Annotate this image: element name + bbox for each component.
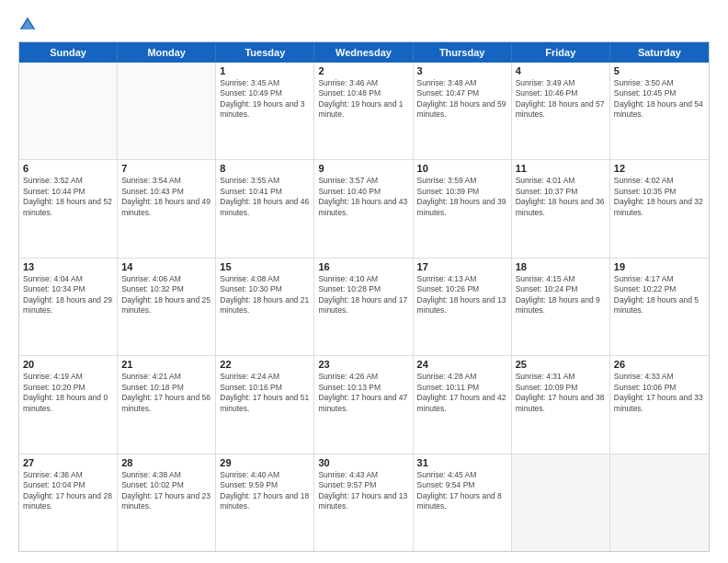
logo-icon <box>18 16 37 34</box>
day-header-friday: Friday <box>512 42 610 63</box>
day-cell-12: 12Sunrise: 4:02 AMSunset: 10:35 PMDaylig… <box>610 160 709 257</box>
day-header-sunday: Sunday <box>19 42 118 63</box>
day-cell-2: 2Sunrise: 3:46 AMSunset: 10:48 PMDayligh… <box>314 63 413 159</box>
cell-details: Sunrise: 4:33 AMSunset: 10:06 PMDaylight… <box>614 372 705 414</box>
week-row-4: 20Sunrise: 4:19 AMSunset: 10:20 PMDaylig… <box>19 356 709 454</box>
cell-details: Sunrise: 3:55 AMSunset: 10:41 PMDaylight… <box>220 176 310 218</box>
day-cell-23: 23Sunrise: 4:26 AMSunset: 10:13 PMDaylig… <box>314 356 413 453</box>
cell-details: Sunrise: 4:38 AMSunset: 10:02 PMDaylight… <box>121 470 211 512</box>
calendar: SundayMondayTuesdayWednesdayThursdayFrid… <box>18 41 710 552</box>
week-row-3: 13Sunrise: 4:04 AMSunset: 10:34 PMDaylig… <box>19 259 709 356</box>
day-number: 13 <box>23 261 113 272</box>
day-number: 25 <box>516 359 606 370</box>
day-number: 4 <box>516 65 606 76</box>
cell-details: Sunrise: 4:04 AMSunset: 10:34 PMDaylight… <box>23 274 113 316</box>
day-cell-20: 20Sunrise: 4:19 AMSunset: 10:20 PMDaylig… <box>19 356 118 453</box>
day-header-tuesday: Tuesday <box>216 42 314 63</box>
cell-details: Sunrise: 4:10 AMSunset: 10:28 PMDaylight… <box>318 274 408 316</box>
day-number: 10 <box>417 163 507 174</box>
day-cell-empty <box>512 454 610 551</box>
day-cell-28: 28Sunrise: 4:38 AMSunset: 10:02 PMDaylig… <box>118 454 216 551</box>
day-cell-13: 13Sunrise: 4:04 AMSunset: 10:34 PMDaylig… <box>19 259 118 355</box>
day-cell-27: 27Sunrise: 4:36 AMSunset: 10:04 PMDaylig… <box>19 454 118 551</box>
day-cell-3: 3Sunrise: 3:48 AMSunset: 10:47 PMDayligh… <box>414 63 512 159</box>
day-header-wednesday: Wednesday <box>314 42 413 63</box>
cell-details: Sunrise: 4:26 AMSunset: 10:13 PMDaylight… <box>318 372 408 414</box>
day-number: 21 <box>121 359 211 370</box>
day-number: 22 <box>220 359 310 370</box>
header <box>18 15 710 34</box>
cell-details: Sunrise: 4:15 AMSunset: 10:24 PMDaylight… <box>516 274 606 316</box>
cell-details: Sunrise: 4:28 AMSunset: 10:11 PMDaylight… <box>417 372 507 414</box>
logo <box>18 15 40 34</box>
day-number: 17 <box>417 261 507 272</box>
day-number: 26 <box>614 359 705 370</box>
day-cell-30: 30Sunrise: 4:43 AMSunset: 9:57 PMDayligh… <box>314 454 413 551</box>
day-cell-7: 7Sunrise: 3:54 AMSunset: 10:43 PMDayligh… <box>118 160 216 257</box>
day-number: 29 <box>220 457 310 468</box>
cell-details: Sunrise: 3:54 AMSunset: 10:43 PMDaylight… <box>121 176 211 218</box>
day-header-thursday: Thursday <box>414 42 512 63</box>
cell-details: Sunrise: 4:06 AMSunset: 10:32 PMDaylight… <box>121 274 211 316</box>
cell-details: Sunrise: 4:08 AMSunset: 10:30 PMDaylight… <box>220 274 310 316</box>
day-number: 14 <box>121 261 211 272</box>
page: SundayMondayTuesdayWednesdayThursdayFrid… <box>0 0 728 563</box>
calendar-header: SundayMondayTuesdayWednesdayThursdayFrid… <box>19 42 709 63</box>
day-number: 15 <box>220 261 310 272</box>
day-cell-21: 21Sunrise: 4:21 AMSunset: 10:18 PMDaylig… <box>118 356 216 453</box>
day-cell-15: 15Sunrise: 4:08 AMSunset: 10:30 PMDaylig… <box>216 259 314 355</box>
cell-details: Sunrise: 4:01 AMSunset: 10:37 PMDaylight… <box>516 176 606 218</box>
day-cell-26: 26Sunrise: 4:33 AMSunset: 10:06 PMDaylig… <box>610 356 709 453</box>
cell-details: Sunrise: 3:57 AMSunset: 10:40 PMDaylight… <box>318 176 408 218</box>
day-cell-16: 16Sunrise: 4:10 AMSunset: 10:28 PMDaylig… <box>314 259 413 355</box>
day-number: 11 <box>516 163 606 174</box>
day-cell-18: 18Sunrise: 4:15 AMSunset: 10:24 PMDaylig… <box>512 259 610 355</box>
cell-details: Sunrise: 4:02 AMSunset: 10:35 PMDaylight… <box>614 176 705 218</box>
cell-details: Sunrise: 4:40 AMSunset: 9:59 PMDaylight:… <box>220 470 310 512</box>
day-cell-empty <box>19 63 118 159</box>
day-number: 7 <box>121 163 211 174</box>
day-cell-19: 19Sunrise: 4:17 AMSunset: 10:22 PMDaylig… <box>610 259 709 355</box>
cell-details: Sunrise: 4:13 AMSunset: 10:26 PMDaylight… <box>417 274 507 316</box>
day-cell-24: 24Sunrise: 4:28 AMSunset: 10:11 PMDaylig… <box>414 356 512 453</box>
day-number: 6 <box>23 163 113 174</box>
cell-details: Sunrise: 4:19 AMSunset: 10:20 PMDaylight… <box>23 372 113 414</box>
day-cell-empty <box>118 63 216 159</box>
day-number: 23 <box>318 359 408 370</box>
cell-details: Sunrise: 3:50 AMSunset: 10:45 PMDaylight… <box>614 78 705 121</box>
day-number: 18 <box>516 261 606 272</box>
week-row-1: 1Sunrise: 3:45 AMSunset: 10:49 PMDayligh… <box>19 63 709 160</box>
day-number: 28 <box>121 457 211 468</box>
day-cell-1: 1Sunrise: 3:45 AMSunset: 10:49 PMDayligh… <box>216 63 314 159</box>
day-cell-25: 25Sunrise: 4:31 AMSunset: 10:09 PMDaylig… <box>512 356 610 453</box>
cell-details: Sunrise: 3:45 AMSunset: 10:49 PMDaylight… <box>220 78 310 121</box>
cell-details: Sunrise: 4:45 AMSunset: 9:54 PMDaylight:… <box>417 470 507 512</box>
day-cell-31: 31Sunrise: 4:45 AMSunset: 9:54 PMDayligh… <box>414 454 512 551</box>
cell-details: Sunrise: 3:59 AMSunset: 10:39 PMDaylight… <box>417 176 507 218</box>
day-number: 5 <box>614 65 705 76</box>
day-number: 24 <box>417 359 507 370</box>
day-cell-empty <box>610 454 709 551</box>
cell-details: Sunrise: 4:43 AMSunset: 9:57 PMDaylight:… <box>318 470 408 512</box>
day-cell-8: 8Sunrise: 3:55 AMSunset: 10:41 PMDayligh… <box>216 160 314 257</box>
day-cell-5: 5Sunrise: 3:50 AMSunset: 10:45 PMDayligh… <box>610 63 709 159</box>
day-cell-17: 17Sunrise: 4:13 AMSunset: 10:26 PMDaylig… <box>414 259 512 355</box>
day-number: 31 <box>417 457 507 468</box>
day-cell-11: 11Sunrise: 4:01 AMSunset: 10:37 PMDaylig… <box>512 160 610 257</box>
day-number: 16 <box>318 261 408 272</box>
day-number: 12 <box>614 163 705 174</box>
cell-details: Sunrise: 3:48 AMSunset: 10:47 PMDaylight… <box>417 78 507 121</box>
calendar-body: 1Sunrise: 3:45 AMSunset: 10:49 PMDayligh… <box>19 63 709 551</box>
day-number: 30 <box>318 457 408 468</box>
cell-details: Sunrise: 3:46 AMSunset: 10:48 PMDaylight… <box>318 78 408 121</box>
day-header-monday: Monday <box>118 42 216 63</box>
cell-details: Sunrise: 3:49 AMSunset: 10:46 PMDaylight… <box>516 78 606 121</box>
cell-details: Sunrise: 4:36 AMSunset: 10:04 PMDaylight… <box>23 470 113 512</box>
cell-details: Sunrise: 4:17 AMSunset: 10:22 PMDaylight… <box>614 274 705 316</box>
day-number: 8 <box>220 163 310 174</box>
day-cell-4: 4Sunrise: 3:49 AMSunset: 10:46 PMDayligh… <box>512 63 610 159</box>
day-number: 27 <box>23 457 113 468</box>
day-number: 2 <box>318 65 408 76</box>
cell-details: Sunrise: 4:31 AMSunset: 10:09 PMDaylight… <box>516 372 606 414</box>
day-number: 9 <box>318 163 408 174</box>
